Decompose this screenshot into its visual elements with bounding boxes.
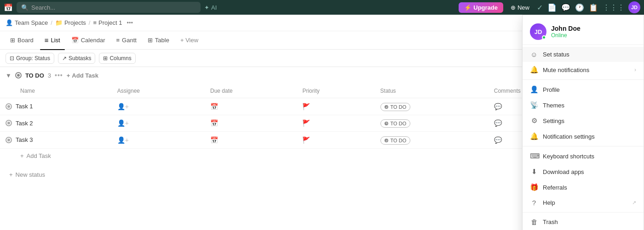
- set-status-label: Set status: [543, 51, 636, 58]
- due-date-icon[interactable]: 📅: [210, 103, 218, 110]
- grid-icon[interactable]: ⋮⋮⋮: [603, 3, 625, 12]
- task-circle[interactable]: [6, 103, 12, 110]
- status-dot: [385, 122, 388, 125]
- upgrade-button[interactable]: ⚡ Upgrade: [459, 2, 503, 13]
- status-dot: [385, 139, 388, 142]
- keyboard-shortcuts-item[interactable]: ⌨ Keyboard shortcuts: [523, 148, 644, 164]
- help-label: Help: [543, 199, 627, 206]
- calendar-icon[interactable]: 📅: [4, 3, 13, 12]
- breadcrumb-more[interactable]: •••: [126, 19, 133, 26]
- set-status-icon: ☺: [530, 50, 538, 58]
- download-apps-item[interactable]: ⬇ Download apps: [523, 164, 644, 180]
- tab-board[interactable]: ⊞ Board: [6, 34, 38, 46]
- tab-list[interactable]: ≡ List: [40, 34, 65, 47]
- ai-icon: ✦: [204, 4, 209, 11]
- search-bar[interactable]: 🔍 Search...: [17, 2, 201, 13]
- topbar-icons: ✓ 📄 💬 🕐 📋 ⋮⋮⋮: [537, 3, 625, 12]
- gantt-icon: ≡: [116, 37, 120, 44]
- group-icon: ⊡: [10, 55, 14, 62]
- comment-icon[interactable]: 💬: [494, 103, 502, 110]
- status-label: TO DO: [391, 121, 407, 126]
- status-label: TO DO: [391, 104, 407, 110]
- add-view-button[interactable]: + View: [176, 34, 203, 46]
- settings-icon: ⚙: [530, 117, 538, 125]
- divider-3: [523, 212, 644, 213]
- subtasks-button[interactable]: ↗ Subtasks: [58, 53, 95, 64]
- themes-item[interactable]: 📡 Themes: [523, 97, 644, 113]
- file-icon[interactable]: 📋: [589, 3, 598, 12]
- help-icon: ?: [530, 199, 538, 207]
- comment-icon[interactable]: 💬: [494, 119, 502, 127]
- keyboard-icon: ⌨: [530, 152, 538, 160]
- task-circle[interactable]: [6, 137, 12, 143]
- status-dot: [385, 105, 388, 109]
- task-circle[interactable]: [6, 120, 12, 126]
- plus-icon: ⊕: [511, 4, 516, 11]
- trash-item[interactable]: 🗑 Trash: [523, 214, 644, 230]
- folder-icon: 📁: [55, 19, 63, 26]
- trash-icon: 🗑: [530, 218, 538, 226]
- group-options[interactable]: •••: [55, 72, 63, 79]
- col-priority: Priority: [297, 84, 374, 98]
- user-dropdown-menu: JD John Doe Online ☺ Set status 🔔 Mute n…: [522, 15, 644, 230]
- referrals-label: Referrals: [543, 184, 636, 191]
- topbar: 📅 🔍 Search... ✦ AI ⚡ Upgrade ⊕ New ✓ 📄 💬…: [0, 0, 644, 15]
- notification-settings-label: Notification settings: [543, 133, 636, 140]
- team-icon: 👤: [6, 19, 13, 26]
- notification-settings-item[interactable]: 🔔 Notification settings: [523, 129, 644, 144]
- settings-item[interactable]: ⚙ Settings: [523, 113, 644, 129]
- profile-item[interactable]: 👤 Profile: [523, 82, 644, 97]
- priority-icon[interactable]: 🚩: [302, 103, 310, 110]
- due-date-icon[interactable]: 📅: [210, 119, 218, 127]
- trash-label: Trash: [543, 219, 636, 225]
- breadcrumb-team[interactable]: 👤 Team Space: [6, 19, 48, 26]
- priority-icon[interactable]: 🚩: [302, 136, 310, 144]
- dropdown-username: John Doe: [551, 25, 581, 32]
- due-date-icon[interactable]: 📅: [210, 136, 218, 144]
- plus-icon: +: [20, 152, 24, 159]
- group-toggle[interactable]: ▼: [6, 72, 12, 79]
- group-status-button[interactable]: ⊡ Group: Status: [6, 53, 54, 64]
- tab-gantt[interactable]: ≡ Gantt: [111, 34, 141, 46]
- help-item[interactable]: ? Help ↗: [523, 195, 644, 210]
- doc-icon[interactable]: 📄: [547, 3, 557, 12]
- check-icon[interactable]: ✓: [537, 3, 543, 12]
- assignee-icon[interactable]: 👤+: [117, 103, 129, 110]
- chat-icon[interactable]: 💬: [561, 3, 570, 12]
- calendar-tab-icon: 📅: [71, 37, 79, 44]
- profile-icon: 👤: [530, 85, 538, 94]
- mute-notifications-item[interactable]: 🔔 Mute notifications ›: [523, 62, 644, 78]
- status-badge[interactable]: TO DO: [380, 119, 411, 128]
- ai-button[interactable]: ✦ AI: [204, 4, 217, 11]
- themes-icon: 📡: [530, 101, 538, 109]
- tab-calendar[interactable]: 📅 Calendar: [67, 34, 110, 46]
- breadcrumb-project[interactable]: ≡ Project 1: [93, 19, 122, 26]
- task-name: Task 3: [16, 136, 33, 143]
- breadcrumb-sep-2: /: [89, 19, 91, 26]
- online-indicator: [542, 35, 546, 39]
- status-badge[interactable]: TO DO: [380, 136, 411, 145]
- assignee-icon[interactable]: 👤+: [117, 136, 129, 144]
- group-status-dot: [15, 72, 22, 79]
- referrals-item[interactable]: 🎁 Referrals: [523, 180, 644, 195]
- breadcrumb-projects[interactable]: 📁 Projects: [55, 19, 86, 26]
- col-status: Status: [375, 84, 489, 98]
- priority-icon[interactable]: 🚩: [302, 119, 310, 127]
- board-icon: ⊞: [10, 37, 15, 44]
- tab-table[interactable]: ⊞ Table: [143, 34, 174, 46]
- notification-icon: 🔔: [530, 132, 538, 140]
- set-status-item[interactable]: ☺ Set status: [523, 47, 644, 62]
- add-task-header-button[interactable]: + Add Task: [67, 72, 98, 79]
- columns-button[interactable]: ⊞ Columns: [99, 53, 135, 64]
- comment-icon[interactable]: 💬: [494, 136, 502, 144]
- dropdown-user-section: JD John Doe Online: [523, 19, 644, 45]
- profile-label: Profile: [543, 86, 636, 93]
- dropdown-user-info: John Doe Online: [551, 25, 581, 39]
- task-name: Task 2: [16, 120, 33, 127]
- settings-label: Settings: [543, 118, 636, 124]
- status-badge[interactable]: TO DO: [380, 103, 411, 111]
- new-button[interactable]: ⊕ New: [507, 4, 533, 11]
- user-avatar[interactable]: JD: [628, 1, 640, 13]
- assignee-icon[interactable]: 👤+: [117, 119, 129, 127]
- clock-icon[interactable]: 🕐: [575, 3, 584, 12]
